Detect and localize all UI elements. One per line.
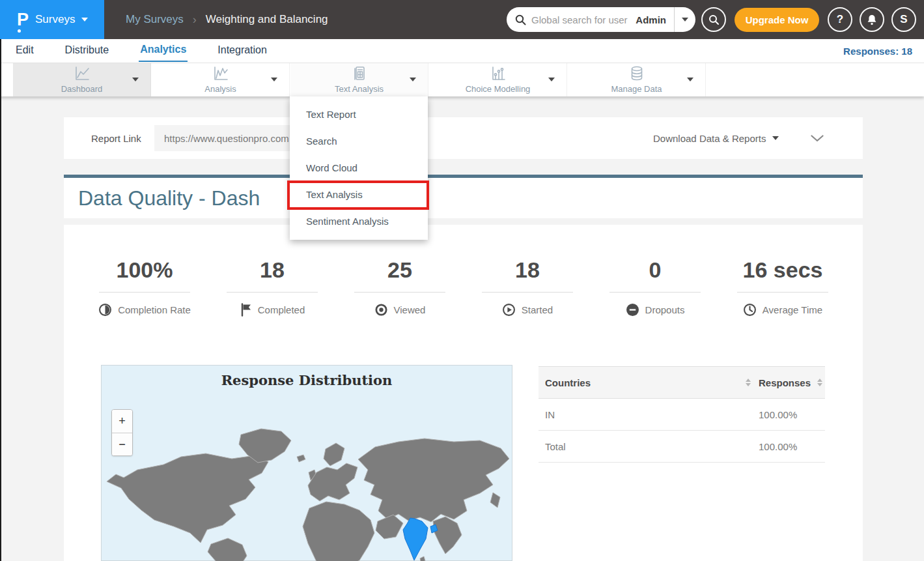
column-header-responses[interactable]: Responses [759, 377, 811, 388]
play-icon [502, 303, 516, 317]
continent-south-america [208, 538, 247, 561]
clock-icon [743, 303, 757, 317]
surveys-menu-button[interactable]: P Surveys [0, 0, 104, 39]
breadcrumb-separator-icon: › [193, 13, 197, 27]
toolbar-tab-dashboard[interactable]: Dashboard [13, 63, 151, 96]
avatar-letter: S [900, 13, 907, 26]
chevron-down-icon [682, 18, 688, 22]
stat-completed: 18 Completed [208, 257, 336, 317]
table-row: IN 100.00% [539, 399, 825, 431]
chevron-down-icon[interactable] [132, 78, 139, 81]
search-icon [515, 14, 526, 25]
table-row-total: Total 100.00% [539, 431, 825, 463]
chevron-down-icon[interactable] [687, 78, 693, 81]
upgrade-now-button[interactable]: Upgrade Now [735, 8, 819, 32]
continent-europe [308, 463, 357, 501]
continent-north-america [107, 453, 268, 543]
analytics-toolbar: Dashboard Analysis [0, 63, 924, 96]
search-scope-dropdown[interactable] [674, 7, 695, 32]
world-map[interactable] [102, 423, 513, 561]
column-header-countries[interactable]: Countries [545, 377, 591, 388]
collapse-section-button[interactable] [811, 133, 824, 145]
toolbar-tab-text-analysis[interactable]: Text Analysis [290, 63, 428, 96]
toolbar-tab-analysis[interactable]: Analysis [152, 63, 290, 96]
document-icon [290, 65, 428, 82]
completion-rate-icon [98, 303, 112, 317]
user-avatar[interactable]: S [891, 7, 916, 32]
top-bar: P Surveys My Surveys › Weighting and Bal… [0, 0, 924, 39]
scatter-chart-icon [429, 65, 567, 82]
download-data-reports-dropdown[interactable]: Download Data & Reports [653, 117, 779, 159]
country-india-highlight [403, 518, 428, 560]
search-submit-button[interactable] [701, 7, 726, 32]
notifications-button[interactable] [860, 7, 884, 32]
viewport-edge [0, 39, 1, 561]
chevron-down-icon[interactable] [271, 78, 277, 81]
countries-table: Countries Responses IN 100.00% Total 100… [539, 366, 825, 463]
question-mark-icon: ? [837, 13, 843, 26]
sort-icon[interactable] [746, 379, 751, 386]
chevron-down-icon [811, 135, 824, 142]
tab-integration[interactable]: Integration [216, 40, 268, 61]
database-icon [568, 65, 705, 83]
continent-asia [358, 439, 509, 522]
questionpro-logo-icon: P [17, 11, 29, 29]
stat-average-time: 16 secs Average Time [719, 257, 847, 317]
menu-item-text-report[interactable]: Text Report [290, 101, 428, 128]
page-title: Data Quality - Dash [78, 178, 260, 218]
response-distribution-panel: Response Distribution + − [101, 365, 512, 561]
menu-item-text-analysis[interactable]: Text Analysis [290, 181, 428, 208]
search-scope-selector[interactable]: Admin [632, 14, 674, 25]
analysis-chart-icon [152, 65, 289, 82]
text-analysis-dropdown-menu: Text Report Search Word Cloud Text Analy… [290, 96, 428, 240]
search-input[interactable] [531, 14, 632, 25]
breadcrumb-my-surveys[interactable]: My Surveys [126, 13, 184, 26]
tab-distribute[interactable]: Distribute [64, 40, 111, 61]
toolbar-tab-manage-data[interactable]: Manage Data [568, 63, 706, 96]
stat-completion-rate: 100% Completion Rate [81, 257, 208, 317]
country-cell: IN [545, 409, 555, 420]
country-cell: Total [545, 441, 566, 452]
chevron-down-icon[interactable] [410, 78, 416, 81]
product-label: Surveys [35, 13, 75, 26]
breadcrumb: My Surveys › Weighting and Balancing [126, 0, 328, 39]
line-chart-icon [13, 65, 150, 82]
dashboard-card: 100% Completion Rate 18 [64, 225, 863, 561]
flag-icon [240, 303, 252, 317]
minus-circle-icon [626, 303, 639, 317]
survey-nav: Edit Distribute Analytics Integration Re… [0, 39, 924, 63]
breadcrumb-current: Weighting and Balancing [206, 13, 328, 26]
global-search: Admin [507, 7, 695, 32]
stat-dropouts: 0 Dropouts [591, 257, 719, 317]
tab-edit[interactable]: Edit [14, 40, 35, 61]
map-title: Response Distribution [102, 372, 512, 388]
search-icon [708, 14, 720, 25]
responses-cell: 100.00% [759, 441, 797, 452]
page: P Surveys My Surveys › Weighting and Bal… [0, 0, 924, 561]
stat-started: 18 Started [464, 257, 591, 317]
title-card: Data Quality - Dash [64, 175, 863, 218]
stat-viewed: 25 Viewed [336, 257, 464, 317]
menu-item-search[interactable]: Search [290, 128, 428, 154]
tab-analytics[interactable]: Analytics [139, 40, 188, 62]
sort-icon[interactable] [817, 379, 822, 386]
table-header: Countries Responses [539, 366, 825, 399]
bell-icon [867, 14, 877, 25]
chevron-down-icon [772, 136, 779, 140]
menu-item-word-cloud[interactable]: Word Cloud [290, 154, 428, 181]
report-link-card: Report Link Download Data & Reports [64, 117, 863, 159]
report-link-label: Report Link [91, 117, 141, 159]
eye-icon [374, 303, 388, 317]
continent-africa [303, 502, 374, 561]
responses-count: Responses: 18 [843, 39, 912, 63]
responses-cell: 100.00% [759, 409, 797, 420]
chevron-down-icon[interactable] [548, 78, 555, 81]
help-button[interactable]: ? [828, 7, 852, 32]
chevron-down-icon [81, 18, 88, 22]
toolbar-tab-choice-modelling[interactable]: Choice Modelling [429, 63, 567, 96]
stats-row: 100% Completion Rate 18 [81, 257, 847, 317]
menu-item-sentiment-analysis[interactable]: Sentiment Analysis [290, 208, 428, 235]
